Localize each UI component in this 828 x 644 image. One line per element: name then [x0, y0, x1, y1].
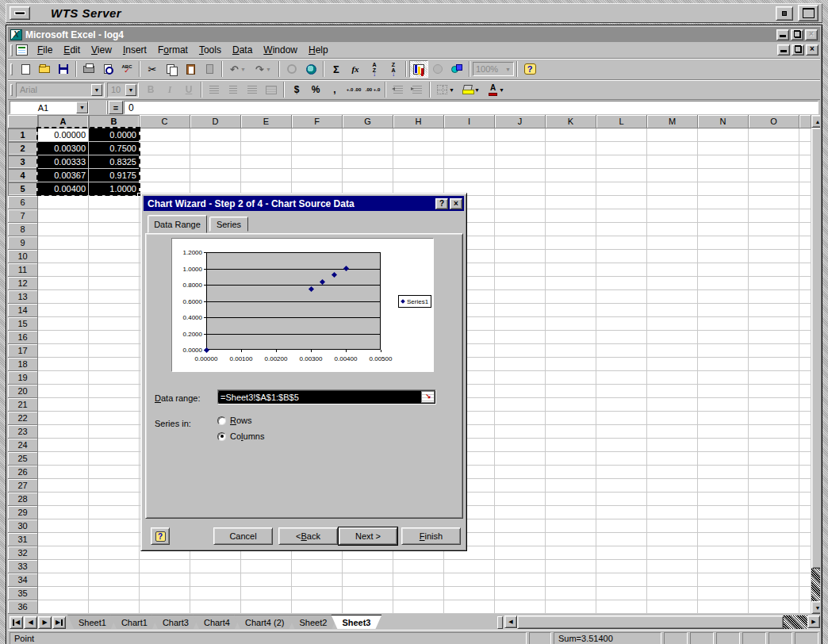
- cell-C2[interactable]: [140, 142, 190, 155]
- scroll-down-button[interactable]: ▼: [811, 601, 820, 614]
- column-header-A[interactable]: A: [38, 115, 89, 128]
- open-button[interactable]: [35, 60, 54, 78]
- cell-N16[interactable]: [698, 331, 749, 344]
- autosum-button[interactable]: Σ: [327, 60, 346, 78]
- cell-A2[interactable]: 0.00300: [38, 142, 89, 155]
- cell-K32[interactable]: [546, 546, 596, 560]
- cell-O1[interactable]: [749, 128, 799, 142]
- cell-A19[interactable]: [38, 371, 89, 385]
- row-header-10[interactable]: 10: [8, 250, 38, 263]
- cell-M11[interactable]: [647, 263, 698, 277]
- cell-O4[interactable]: [749, 169, 799, 182]
- cell-partial[interactable]: [799, 600, 811, 614]
- cell-A26[interactable]: [38, 466, 89, 479]
- cell-B26[interactable]: [89, 466, 140, 479]
- cell-E36[interactable]: [241, 600, 292, 614]
- cell-N22[interactable]: [698, 412, 749, 425]
- cell-J19[interactable]: [495, 371, 546, 385]
- cell-N29[interactable]: [698, 506, 749, 519]
- cell-N33[interactable]: [698, 560, 749, 573]
- cell-partial[interactable]: [799, 290, 811, 304]
- cell-L17[interactable]: [596, 344, 647, 358]
- cell-partial[interactable]: [799, 398, 811, 412]
- cell-J15[interactable]: [495, 317, 546, 331]
- cell-partial[interactable]: [799, 317, 811, 331]
- cell-J13[interactable]: [495, 290, 546, 304]
- cell-M8[interactable]: [647, 223, 698, 236]
- cell-K13[interactable]: [546, 290, 596, 304]
- row-header-5[interactable]: 5: [8, 182, 38, 196]
- cell-O3[interactable]: [749, 155, 799, 169]
- row-header-20[interactable]: 20: [8, 385, 38, 398]
- column-header-E[interactable]: E: [241, 115, 292, 128]
- cell-G1[interactable]: [343, 128, 393, 142]
- cell-B34[interactable]: [89, 573, 140, 587]
- cell-G3[interactable]: [343, 155, 393, 169]
- column-header-H[interactable]: H: [393, 115, 444, 128]
- cell-B16[interactable]: [89, 331, 140, 344]
- cell-A15[interactable]: [38, 317, 89, 331]
- cell-G4[interactable]: [343, 169, 393, 182]
- app-close-button[interactable]: ×: [805, 29, 818, 40]
- scroll-left-button[interactable]: ◀: [504, 615, 517, 628]
- cell-N6[interactable]: [698, 196, 749, 209]
- row-header-34[interactable]: 34: [8, 573, 38, 587]
- cell-L29[interactable]: [596, 506, 647, 519]
- paste-function-button[interactable]: fx: [346, 60, 365, 78]
- cell-M22[interactable]: [647, 412, 698, 425]
- cell-C3[interactable]: [140, 155, 190, 169]
- menu-insert[interactable]: Insert: [117, 43, 152, 57]
- cell-J26[interactable]: [495, 466, 546, 479]
- row-header-14[interactable]: 14: [8, 304, 38, 317]
- cell-B24[interactable]: [89, 439, 140, 452]
- row-header-28[interactable]: 28: [8, 493, 38, 506]
- cell-A29[interactable]: [38, 506, 89, 519]
- cell-B27[interactable]: [89, 479, 140, 493]
- cell-H33[interactable]: [393, 560, 444, 573]
- menu-format[interactable]: Format: [152, 43, 194, 57]
- cell-A10[interactable]: [38, 250, 89, 263]
- workbook-icon[interactable]: [16, 44, 28, 56]
- cell-L12[interactable]: [596, 277, 647, 290]
- cell-N10[interactable]: [698, 250, 749, 263]
- cell-J14[interactable]: [495, 304, 546, 317]
- cell-N28[interactable]: [698, 493, 749, 506]
- cell-K3[interactable]: [546, 155, 596, 169]
- row-header-16[interactable]: 16: [8, 331, 38, 344]
- cell-N17[interactable]: [698, 344, 749, 358]
- cell-M29[interactable]: [647, 506, 698, 519]
- row-header-7[interactable]: 7: [8, 209, 38, 223]
- row-header-21[interactable]: 21: [8, 398, 38, 412]
- cell-M21[interactable]: [647, 398, 698, 412]
- cell-partial[interactable]: [799, 223, 811, 236]
- row-header-6[interactable]: 6: [8, 196, 38, 209]
- cell-M17[interactable]: [647, 344, 698, 358]
- cell-C4[interactable]: [140, 169, 190, 182]
- decrease-decimal-button[interactable]: .00 +.0: [363, 81, 382, 98]
- cell-B35[interactable]: [89, 587, 140, 600]
- name-box[interactable]: A1 ▼: [10, 101, 89, 114]
- cell-A21[interactable]: [38, 398, 89, 412]
- cancel-button[interactable]: Cancel: [213, 527, 273, 545]
- cell-partial[interactable]: [799, 277, 811, 290]
- cell-K15[interactable]: [546, 317, 596, 331]
- sheet-tab-sheet2[interactable]: Sheet2: [289, 615, 339, 629]
- cell-O14[interactable]: [749, 304, 799, 317]
- cell-D2[interactable]: [190, 142, 241, 155]
- cell-G35[interactable]: [343, 587, 393, 600]
- cell-N25[interactable]: [698, 452, 749, 466]
- cell-E1[interactable]: [241, 128, 292, 142]
- cell-A7[interactable]: [38, 209, 89, 223]
- sheet-tab-chart1[interactable]: Chart1: [110, 615, 159, 629]
- cell-J22[interactable]: [495, 412, 546, 425]
- cell-K1[interactable]: [546, 128, 596, 142]
- cell-L15[interactable]: [596, 317, 647, 331]
- cell-J30[interactable]: [495, 519, 546, 533]
- cell-K20[interactable]: [546, 385, 596, 398]
- cell-O2[interactable]: [749, 142, 799, 155]
- cell-K26[interactable]: [546, 466, 596, 479]
- menu-data[interactable]: Data: [227, 43, 258, 57]
- excel-app-icon[interactable]: X: [10, 29, 22, 40]
- vertical-scrollbar[interactable]: ▲ ▼: [811, 115, 820, 614]
- cell-N34[interactable]: [698, 573, 749, 587]
